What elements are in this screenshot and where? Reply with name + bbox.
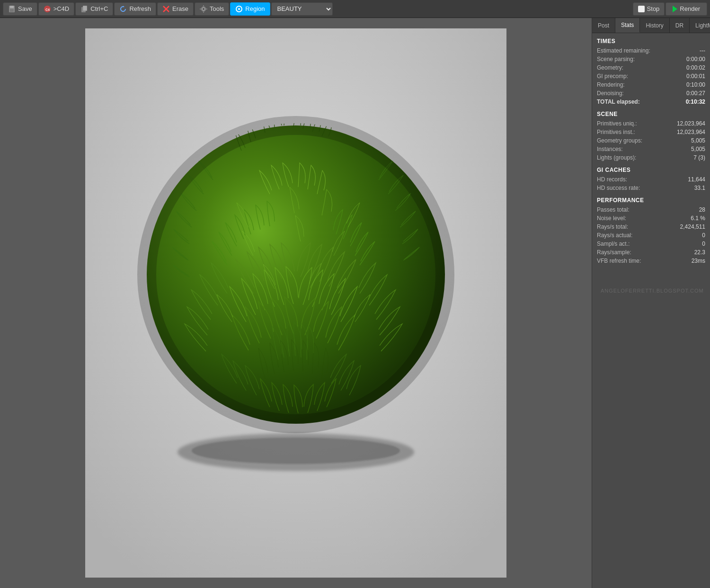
watermark: ANGELOFERRETTI.BLOGSPOT.COM <box>597 284 705 297</box>
panel-tabs: Post Stats History DR LightMix <box>592 18 710 33</box>
render-canvas <box>85 28 506 578</box>
ctrlc-label: Ctrl+C <box>90 5 108 12</box>
beauty-select[interactable]: BEAUTY Diffuse Reflection Refraction Sha… <box>271 2 333 16</box>
refresh-button[interactable]: Refresh <box>114 2 156 16</box>
section-gi-caches: GI CACHES <box>597 167 705 173</box>
stat-prim-inst: Primitives inst.: 12,023,964 <box>597 128 705 136</box>
refresh-icon <box>119 5 127 13</box>
stat-passes-total: Passes total: 28 <box>597 205 705 214</box>
section-times: TIMES <box>597 38 705 45</box>
refresh-label: Refresh <box>129 5 151 12</box>
stat-geometry: Geometry: 0:00:02 <box>597 63 705 72</box>
stat-rays-total: Rays/s total: 2,424,511 <box>597 223 705 231</box>
tab-history[interactable]: History <box>640 18 669 33</box>
stat-noise-level: Noise level: 6.1 % <box>597 214 705 223</box>
stat-sampl-act: Sampl/s act.: 0 <box>597 240 705 248</box>
c4d-icon: C4 <box>44 5 51 13</box>
svg-rect-2 <box>10 9 14 12</box>
svg-marker-7 <box>123 6 124 7</box>
svg-point-10 <box>202 8 205 10</box>
stat-rendering: Rendering: 0:10:00 <box>597 80 705 89</box>
stat-prim-uniq: Primitives uniq.: 12,023,964 <box>597 119 705 128</box>
stat-geo-groups: Geometry groups: 5,005 <box>597 136 705 145</box>
render-image <box>85 28 506 578</box>
stat-instances: Instances: 5,005 <box>597 145 705 153</box>
stat-total-elapsed: TOTAL elapsed: 0:10:32 <box>597 98 705 106</box>
svg-point-23 <box>192 437 400 464</box>
region-icon <box>235 5 243 13</box>
stats-content: TIMES Estimated remaining: --- Scene par… <box>592 33 710 588</box>
render-label: Render <box>680 5 700 12</box>
stop-label: Stop <box>647 5 660 12</box>
tools-icon <box>200 5 207 13</box>
main-layout: Post Stats History DR LightMix TIMES Est… <box>0 18 710 588</box>
stat-lights: Lights (groups): 7 (3) <box>597 153 705 162</box>
save-label: Save <box>18 5 32 12</box>
stats-panel: Post Stats History DR LightMix TIMES Est… <box>592 18 710 588</box>
tab-dr[interactable]: DR <box>670 18 690 33</box>
stat-estimated-remaining: Estimated remaining: --- <box>597 46 705 55</box>
canvas-area <box>0 18 592 588</box>
tab-stats[interactable]: Stats <box>615 18 640 33</box>
stat-hd-success: HD success rate: 33.1 <box>597 184 705 192</box>
copy-icon <box>80 5 88 13</box>
save-button[interactable]: Save <box>3 2 37 16</box>
tab-post[interactable]: Post <box>592 18 615 33</box>
tab-lightmix[interactable]: LightMix <box>690 18 710 33</box>
tools-button[interactable]: Tools <box>195 2 229 16</box>
erase-icon <box>162 5 170 13</box>
stat-rays-actual: Rays/s actual: 0 <box>597 231 705 240</box>
stat-gi-precomp: GI precomp: 0:00:01 <box>597 72 705 80</box>
section-scene: SCENE <box>597 111 705 117</box>
stat-hd-records: HD records: 11,644 <box>597 175 705 184</box>
save-icon <box>8 5 16 13</box>
region-label: Region <box>245 5 265 12</box>
play-icon <box>673 6 677 12</box>
svg-rect-6 <box>83 6 87 11</box>
svg-text:C4: C4 <box>45 8 50 11</box>
stat-rays-sample: Rays/sample: 22.3 <box>597 248 705 257</box>
region-button[interactable]: Region <box>230 2 270 16</box>
svg-rect-1 <box>10 6 14 8</box>
stop-button[interactable]: Stop <box>633 2 665 16</box>
render-button[interactable]: Render <box>666 2 707 16</box>
svg-point-17 <box>238 8 240 10</box>
c4d-label: >C4D <box>53 5 70 12</box>
toolbar: Save C4 >C4D Ctrl+C Refresh Erase Tools <box>0 0 710 18</box>
stat-vfb-refresh: VFB refresh time: 23ms <box>597 257 705 265</box>
section-performance: PERFORMANCE <box>597 197 705 204</box>
erase-button[interactable]: Erase <box>157 2 194 16</box>
stop-icon <box>638 6 645 12</box>
c4d-button[interactable]: C4 >C4D <box>38 2 75 16</box>
tools-label: Tools <box>210 5 224 12</box>
stat-denoising: Denoising: 0:00:27 <box>597 89 705 98</box>
erase-label: Erase <box>172 5 188 12</box>
stat-scene-parsing: Scene parsing: 0:00:00 <box>597 55 705 63</box>
ctrlc-button[interactable]: Ctrl+C <box>75 2 113 16</box>
